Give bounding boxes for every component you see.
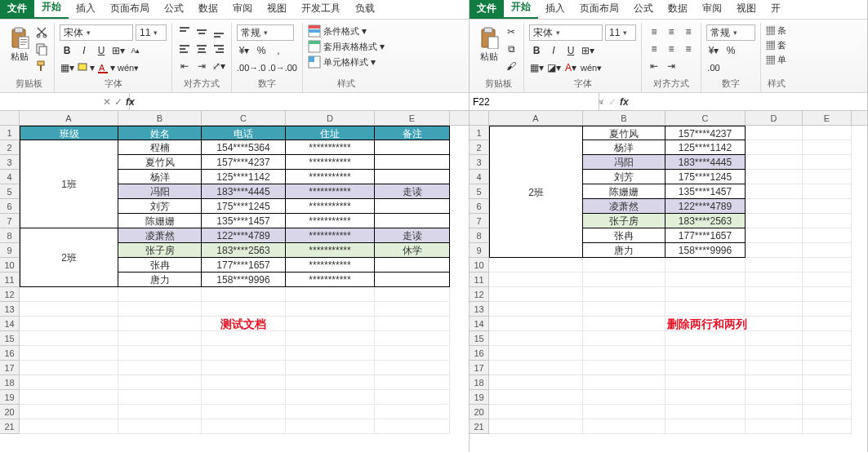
cell[interactable] <box>202 302 286 317</box>
cell-style-button[interactable]: 单元格样式▾ <box>308 55 376 69</box>
cell[interactable] <box>118 361 202 375</box>
row-header[interactable]: 16 <box>470 346 489 361</box>
phone-cell[interactable]: 183****2563 <box>202 243 286 258</box>
cell[interactable] <box>803 317 852 331</box>
cell-style-button[interactable]: ▦ 单 <box>766 54 786 66</box>
cell[interactable] <box>746 405 803 419</box>
conditional-format-button[interactable]: 条件格式▾ <box>308 24 367 38</box>
fx-icon[interactable]: fx <box>126 96 135 108</box>
col-header[interactable]: C <box>202 111 286 125</box>
cell[interactable] <box>665 302 746 317</box>
border-button[interactable]: ▦▾ <box>60 60 74 75</box>
tab-公式[interactable]: 公式 <box>157 0 191 19</box>
col-header[interactable]: A <box>489 111 583 125</box>
cell[interactable] <box>665 405 746 419</box>
cell[interactable] <box>583 331 665 346</box>
cut-icon[interactable] <box>34 24 49 39</box>
cell[interactable] <box>583 258 665 273</box>
paste-button[interactable]: 粘贴 <box>8 24 31 63</box>
cell[interactable] <box>583 361 665 375</box>
cell[interactable] <box>20 405 118 419</box>
cell[interactable] <box>803 346 852 361</box>
row-header[interactable]: 1 <box>470 126 489 140</box>
bold-button[interactable]: B <box>60 43 74 58</box>
cell[interactable] <box>375 375 450 390</box>
cell[interactable] <box>746 214 803 228</box>
tab-数据[interactable]: 数据 <box>191 0 225 19</box>
align-top-icon[interactable]: ≡ <box>647 24 661 39</box>
orientation-icon[interactable]: ⤢▾ <box>211 59 226 73</box>
font-increase-button[interactable]: A▴ <box>128 43 143 58</box>
col-header[interactable]: B <box>583 111 665 125</box>
cell[interactable] <box>286 390 375 405</box>
cell[interactable] <box>202 361 286 375</box>
addr-cell[interactable]: *********** <box>286 199 375 214</box>
remark-cell[interactable] <box>375 170 450 184</box>
row-header[interactable]: 6 <box>0 199 20 214</box>
cell[interactable] <box>803 258 852 273</box>
cell[interactable] <box>665 375 746 390</box>
cell[interactable] <box>803 184 852 199</box>
row-header[interactable]: 10 <box>0 258 20 273</box>
italic-button[interactable]: I <box>77 43 91 58</box>
align-middle-icon[interactable] <box>194 24 209 39</box>
cell[interactable] <box>489 375 583 390</box>
cell[interactable] <box>803 199 852 214</box>
cell[interactable] <box>375 331 450 346</box>
tab-审阅[interactable]: 审阅 <box>695 0 729 19</box>
row-header[interactable]: 5 <box>0 184 20 199</box>
tab-开发工具[interactable]: 开发工具 <box>294 0 348 19</box>
tab-插入[interactable]: 插入 <box>69 0 103 19</box>
tab-数据[interactable]: 数据 <box>661 0 695 19</box>
cell[interactable] <box>803 243 852 258</box>
row-header[interactable]: 21 <box>0 419 20 434</box>
cell[interactable] <box>746 273 803 287</box>
format-painter-icon[interactable]: 🖌 <box>504 59 519 73</box>
tab-公式[interactable]: 公式 <box>626 0 661 19</box>
name-cell[interactable]: 陈姗姗 <box>583 184 665 199</box>
cell[interactable] <box>286 317 375 331</box>
align-right-icon[interactable] <box>211 42 226 56</box>
row-header[interactable]: 13 <box>470 302 489 317</box>
name-cell[interactable]: 程楠 <box>118 140 202 155</box>
align-center-icon[interactable] <box>194 42 209 56</box>
inc-decimals-icon[interactable]: .00 <box>706 60 721 75</box>
cell[interactable] <box>202 287 286 302</box>
font-size-combo[interactable]: 11▾ <box>605 24 636 41</box>
row-header[interactable]: 2 <box>0 140 20 155</box>
row-header[interactable]: 4 <box>0 170 20 184</box>
row-header[interactable]: 10 <box>470 258 489 273</box>
tab-开始[interactable]: 开始 <box>504 0 538 19</box>
cell[interactable] <box>583 346 665 361</box>
name-cell[interactable]: 夏竹风 <box>118 155 202 170</box>
cell[interactable] <box>489 258 583 273</box>
italic-button[interactable]: I <box>546 43 561 58</box>
cell[interactable] <box>375 302 450 317</box>
cell[interactable] <box>803 419 852 434</box>
row-header[interactable]: 18 <box>470 375 489 390</box>
cell[interactable] <box>20 361 118 375</box>
select-all-corner[interactable] <box>470 111 489 125</box>
cell[interactable] <box>489 346 583 361</box>
remark-cell[interactable] <box>375 155 450 170</box>
addr-cell[interactable]: *********** <box>286 243 375 258</box>
table-header[interactable]: 姓名 <box>118 126 202 140</box>
cell[interactable] <box>803 287 852 302</box>
underline-button[interactable]: U <box>563 43 578 58</box>
cell[interactable] <box>803 331 852 346</box>
formula-input-left[interactable] <box>140 100 469 104</box>
cell[interactable] <box>583 302 665 317</box>
cell[interactable] <box>665 258 746 273</box>
fx-icon[interactable]: fx <box>620 96 629 108</box>
tab-页面布局[interactable]: 页面布局 <box>572 0 626 19</box>
cell[interactable] <box>20 375 118 390</box>
addr-cell[interactable]: *********** <box>286 214 375 228</box>
phone-cell[interactable]: 125****1142 <box>202 170 286 184</box>
table-style-button[interactable]: 套用表格格式▾ <box>308 40 385 53</box>
tab-视图[interactable]: 视图 <box>260 0 294 19</box>
name-cell[interactable]: 张子房 <box>118 243 202 258</box>
row-header[interactable]: 14 <box>0 317 20 331</box>
cell[interactable] <box>803 302 852 317</box>
row-header[interactable]: 20 <box>470 405 489 419</box>
cell[interactable] <box>202 419 286 434</box>
